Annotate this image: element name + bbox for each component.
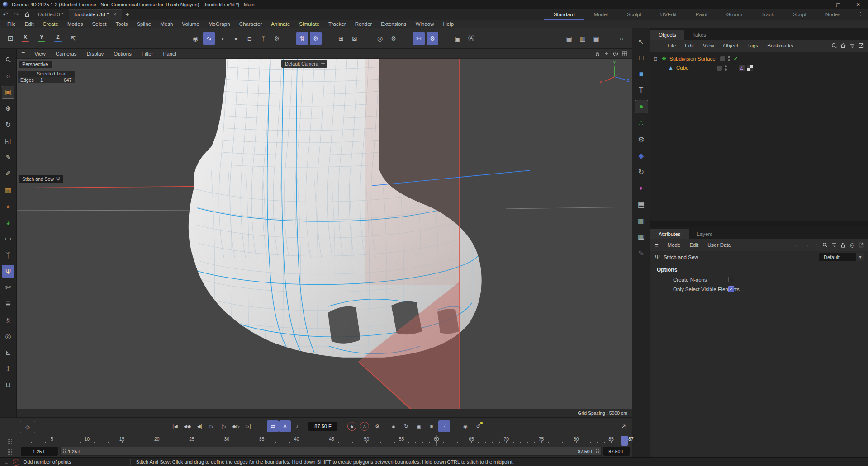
key-parameter-toggle[interactable]: ≡ [426,420,437,432]
menu-mograph[interactable]: MoGraph [204,21,235,27]
prev-key-button[interactable]: ◀◆ [181,420,193,432]
chevron-down-icon[interactable]: ▼ [856,253,864,261]
objects-menu-bookmarks[interactable]: Bookmarks [763,43,798,48]
live-selection-icon[interactable]: ○ [2,70,14,82]
minimize-button[interactable]: – [808,0,828,9]
document-tab-1[interactable]: toododile.c4d *× [69,9,122,20]
hook-tool-icon[interactable]: § [2,314,14,326]
create-ngons-checkbox[interactable] [728,277,734,282]
visibility-dots[interactable] [728,56,730,61]
bridge-tool-icon[interactable]: ≣ [2,297,14,310]
render-view-manager-icon[interactable]: ▤ [635,198,648,211]
viewport-menu-display[interactable]: Display [82,51,109,56]
home-icon[interactable] [839,42,847,50]
attributes-menu-mode[interactable]: Mode [663,242,685,248]
extrude-tool-icon[interactable]: ↥ [2,362,14,375]
menu-extensions[interactable]: Extensions [376,21,411,27]
zoom-tool-icon[interactable] [2,53,14,66]
next-key-button[interactable]: ◆▷ [230,420,242,432]
uv-tag-icon[interactable] [747,65,753,71]
objects-menu-edit[interactable]: Edit [680,43,698,48]
clay-sphere-icon[interactable]: ● [2,200,14,212]
options-section-header[interactable]: Options [650,263,868,275]
object-label[interactable]: Cube [676,65,689,71]
history-back-icon[interactable]: ← [794,241,802,249]
layout-quad-icon[interactable]: ▦ [590,32,602,45]
lock-icon[interactable] [839,241,847,249]
filter-icon[interactable] [848,42,856,50]
tree-row-subdivision-surface[interactable]: ⊟ ❋ Subdivision Surface ✓ [650,54,868,63]
key-rotation-toggle[interactable]: ↻ [400,420,412,432]
only-select-visible-checkbox[interactable]: ✓ [728,286,734,292]
prev-frame-button[interactable]: ◀| [194,420,205,432]
tab-layers[interactable]: Layers [689,229,721,239]
next-frame-button[interactable]: |▷ [218,420,230,432]
key-position-toggle[interactable]: ◈ [388,420,399,432]
goto-start-button[interactable]: |◀ [169,420,181,432]
preset-dropdown[interactable]: Default ▼ [819,253,864,261]
simulation-gear-icon[interactable]: ⚙ [635,132,648,146]
tab-close-icon[interactable]: × [113,11,116,18]
layout-split-icon[interactable]: ▥ [577,32,588,45]
tree-row-cube[interactable]: ▲ Cube ∠ [650,63,868,72]
maximize-button[interactable]: ▢ [828,0,848,9]
cube-manager-icon[interactable]: ■ [635,67,648,81]
layout-tab-track[interactable]: Track [752,9,783,20]
sync-circle-icon[interactable]: ○ [616,32,627,45]
autokey-button[interactable]: A [359,420,370,432]
attributes-menu-user-data[interactable]: User Data [703,242,735,248]
render-queue-manager-icon[interactable]: ▦ [635,230,648,244]
viewport-menu-filter[interactable]: Filter [137,51,158,56]
play-button[interactable]: ▷ [206,420,218,432]
menu-window[interactable]: Window [411,21,439,27]
key-pla-toggle[interactable]: ⋰ [438,420,450,432]
sphere-icon[interactable]: ● [230,32,242,45]
viewport-burger-icon[interactable]: ≡ [17,50,29,57]
layout-tab-nodes[interactable]: Nodes [816,9,850,20]
polygon-tool-icon[interactable]: ▦ [2,184,14,196]
history-clock-icon[interactable] [611,50,620,58]
home-icon[interactable] [22,9,33,19]
record-playback-button[interactable]: ◉ [460,420,471,432]
popout-icon[interactable] [857,42,865,50]
annotate-pen-icon[interactable]: ✎ [635,246,648,260]
new-tab-button[interactable]: + [122,11,133,18]
quantize-grid-icon[interactable]: ⊠ [349,32,360,45]
layout-tab-paint[interactable]: Paint [686,9,717,20]
camera-rotate-icon[interactable]: ↻ [635,165,648,179]
layout-tab-script[interactable]: Script [783,9,816,20]
history-forward-icon[interactable]: → [803,241,811,249]
menu-render[interactable]: Render [351,21,377,27]
camera-move-icon[interactable]: ✛ [321,61,325,67]
objects-menu-tags[interactable]: Tags [743,43,763,48]
render-view-icon[interactable]: ◉ [190,32,201,45]
phong-tag-icon[interactable]: ∠ [739,65,745,71]
range-right-handle[interactable] [596,448,599,454]
render-settings-manager-icon[interactable]: ▥ [635,214,648,227]
pointer-manager-icon[interactable]: ↖ [635,35,648,48]
workplane-icon[interactable]: ◎ [374,32,386,45]
mirror-tool-icon[interactable]: ⊔ [2,379,14,391]
annotate-lock-icon[interactable]: Ⓐ [465,32,477,45]
viewport-menu-cameras[interactable]: Cameras [51,51,82,56]
viewport-menu-view[interactable]: View [29,51,51,56]
menu-edit[interactable]: Edit [20,21,38,27]
snap-settings-gear-icon[interactable]: ⚙ [310,32,322,45]
panel-splitter[interactable] [650,221,868,227]
collapse-icon[interactable]: ⊟ [652,56,659,62]
goto-end-button[interactable]: ▷| [242,420,254,432]
workplane-gear-icon[interactable]: ⚙ [388,32,399,45]
menu-modes[interactable]: Modes [63,21,88,27]
objects-menu-object[interactable]: Object [719,43,743,48]
search-icon[interactable] [821,241,829,249]
range-grip[interactable] [7,448,12,456]
objects-menu-view[interactable]: View [698,43,719,48]
menu-simulate[interactable]: Simulate [294,21,324,27]
close-button[interactable]: ✕ [848,0,868,9]
spline-pen-icon[interactable]: ∿ [203,32,215,45]
object-label[interactable]: Subdivision Surface [669,56,716,61]
viewport-canvas[interactable]: Y X Z Perspective Default Camera ✛ Selec… [17,59,632,409]
shape-manager-icon[interactable]: □ [635,51,648,65]
menu-tools[interactable]: Tools [111,21,132,27]
menu-tracker[interactable]: Tracker [324,21,351,27]
